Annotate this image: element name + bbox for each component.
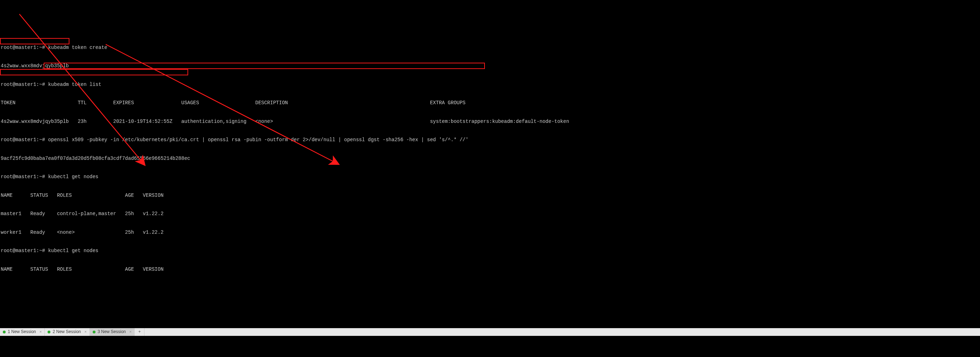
term-line: worker1 Ready <none> 25h v1.22.2 <box>1 230 979 236</box>
close-icon[interactable]: × <box>38 330 41 335</box>
term-line: 4s2waw.wxx8mdvjqyb35plb <box>1 63 979 69</box>
plus-icon: + <box>138 329 141 335</box>
tab-session-3[interactable]: 3 New Session × <box>90 328 135 336</box>
annotation-box-token-output <box>0 38 69 44</box>
status-dot-icon <box>48 331 50 333</box>
term-line: 9acf25fc9d0baba7ea0f07da3d20d5fb08cfa3cd… <box>1 155 979 162</box>
close-icon[interactable]: × <box>83 330 87 335</box>
terminal-bottom-pane[interactable]: [reset] Deleting contents of stateful di… <box>0 354 980 357</box>
term-line: 4s2waw.wxx8mdvjqyb35plb 23h 2021-10-19T1… <box>1 119 979 125</box>
term-line: root@master1:~# openssl x509 -pubkey -in… <box>1 137 979 143</box>
term-line: root@master1:~# kubectl get nodes <box>1 174 979 180</box>
add-tab-button[interactable]: + <box>135 328 145 336</box>
terminal-top-pane[interactable]: root@master1:~# kubeadm token create 4s2… <box>0 31 980 310</box>
term-line: NAME STATUS ROLES AGE VERSION <box>1 193 979 199</box>
term-line: root@master1:~# kubectl get nodes <box>1 248 979 254</box>
tab-label: 3 New Session <box>98 329 126 335</box>
term-line: NAME STATUS ROLES AGE VERSION <box>1 267 979 273</box>
term-line: root@master1:~# kubeadm token create <box>1 45 979 51</box>
term-line: root@master1:~# kubeadm token list <box>1 82 979 88</box>
tab-label: 2 New Session <box>52 329 81 335</box>
status-dot-icon <box>93 331 95 333</box>
term-line: master1 Ready control-plane,master 25h v… <box>1 211 979 217</box>
session-tab-bar: 1 New Session × 2 New Session × 3 New Se… <box>0 328 980 336</box>
tab-session-1[interactable]: 1 New Session × <box>0 328 45 336</box>
annotation-box-sha256-output <box>0 69 188 75</box>
tab-label: 1 New Session <box>8 329 36 335</box>
close-icon[interactable]: × <box>128 330 132 335</box>
tab-session-2[interactable]: 2 New Session × <box>45 328 89 336</box>
term-line: TOKEN TTL EXPIRES USAGES DESCRIPTION EXT… <box>1 100 979 106</box>
status-dot-icon <box>3 331 6 333</box>
